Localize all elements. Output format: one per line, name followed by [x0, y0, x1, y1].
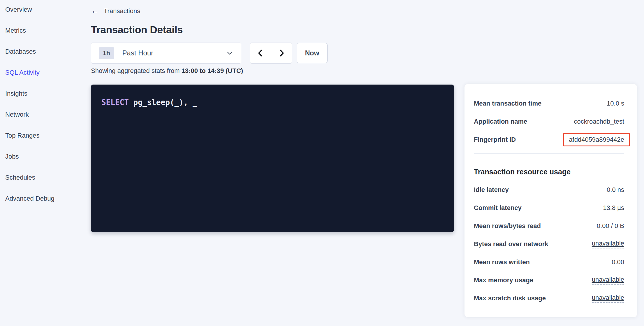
- card-divider: [474, 153, 624, 154]
- sidebar: Overview Metrics Databases SQL Activity …: [0, 0, 82, 209]
- detail-row-mean-transaction-time: Mean transaction time 10.0 s: [474, 94, 624, 113]
- detail-value: 0.00: [612, 258, 624, 266]
- detail-value: 0.0 ns: [607, 186, 624, 194]
- detail-label: Mean rows written: [474, 258, 530, 266]
- detail-row-max-memory-usage: Max memory usage unavailable: [474, 271, 624, 289]
- transaction-details-card: Mean transaction time 10.0 s Application…: [464, 84, 637, 317]
- detail-row-application-name: Application name cockroachdb_test: [474, 113, 624, 131]
- page-title: Transaction Details: [91, 24, 183, 36]
- now-button[interactable]: Now: [297, 43, 328, 63]
- detail-row-commit-latency: Commit latency 13.8 µs: [474, 199, 624, 217]
- next-interval-button[interactable]: [271, 43, 292, 63]
- sidebar-item-sql-activity[interactable]: SQL Activity: [0, 62, 82, 83]
- time-range-selected-label: Past Hour: [122, 49, 154, 57]
- chevron-right-icon: [277, 48, 286, 58]
- resource-usage-section-title: Transaction resource usage: [474, 166, 624, 178]
- detail-value: 13.8 µs: [603, 204, 624, 212]
- detail-value-unavailable: unavailable: [592, 276, 624, 285]
- caption-prefix: Showing aggregated stats from: [91, 67, 182, 74]
- detail-label: Max scratch disk usage: [474, 295, 546, 302]
- detail-label: Max memory usage: [474, 276, 533, 284]
- sidebar-item-schedules[interactable]: Schedules: [0, 167, 82, 188]
- detail-row-mean-rows-written: Mean rows written 0.00: [474, 253, 624, 271]
- detail-value-unavailable: unavailable: [592, 294, 624, 303]
- detail-label: Mean transaction time: [474, 100, 541, 107]
- detail-label: Mean rows/bytes read: [474, 222, 541, 230]
- detail-label: Bytes read over network: [474, 240, 548, 248]
- sql-statement-text: SELECT pg_sleep(_), _: [101, 98, 444, 107]
- left-arrow-icon: ←: [91, 7, 99, 15]
- detail-row-bytes-read-over-network: Bytes read over network unavailable: [474, 235, 624, 253]
- detail-label: Application name: [474, 118, 527, 125]
- detail-row-idle-latency: Idle latency 0.0 ns: [474, 181, 624, 199]
- sidebar-item-databases[interactable]: Databases: [0, 41, 82, 62]
- detail-row-max-scratch-disk-usage: Max scratch disk usage unavailable: [474, 289, 624, 307]
- detail-value: cockroachdb_test: [574, 118, 624, 125]
- sidebar-item-top-ranges[interactable]: Top Ranges: [0, 125, 82, 146]
- detail-value: 0.00 / 0 B: [597, 222, 624, 230]
- sidebar-item-insights[interactable]: Insights: [0, 83, 82, 104]
- sql-keyword: SELECT: [101, 98, 129, 107]
- fingerprint-id-value-highlight-box[interactable]: afdd4059a899442e: [563, 133, 630, 146]
- detail-row-fingerprint-id: Fingerprint ID afdd4059a899442e: [474, 131, 624, 149]
- time-range-badge: 1h: [99, 47, 114, 59]
- aggregated-stats-caption: Showing aggregated stats from 13:00 to 1…: [91, 67, 243, 75]
- sql-code-rest: pg_sleep(_), _: [129, 98, 197, 107]
- time-step-button-group: [250, 43, 292, 64]
- caption-time-range: 13:00 to 14:39 (UTC): [182, 67, 243, 74]
- breadcrumb-label: Transactions: [104, 7, 140, 15]
- sidebar-item-overview[interactable]: Overview: [0, 0, 82, 20]
- chevron-down-icon: [226, 49, 233, 57]
- time-range-select[interactable]: 1h Past Hour: [91, 43, 241, 64]
- detail-value: 10.0 s: [607, 100, 624, 107]
- sql-statement-box: SELECT pg_sleep(_), _: [91, 85, 454, 232]
- sidebar-item-jobs[interactable]: Jobs: [0, 146, 82, 167]
- time-controls: 1h Past Hour Now: [91, 43, 328, 64]
- detail-value-unavailable: unavailable: [592, 240, 624, 248]
- sidebar-item-metrics[interactable]: Metrics: [0, 20, 82, 41]
- chevron-left-icon: [256, 48, 265, 58]
- detail-label: Idle latency: [474, 186, 509, 194]
- detail-label: Fingerprint ID: [474, 136, 516, 143]
- previous-interval-button[interactable]: [250, 43, 271, 63]
- breadcrumb-back-transactions[interactable]: ← Transactions: [91, 7, 140, 15]
- sidebar-item-advanced-debug[interactable]: Advanced Debug: [0, 188, 82, 209]
- sidebar-item-network[interactable]: Network: [0, 104, 82, 125]
- detail-row-mean-rows-bytes-read: Mean rows/bytes read 0.00 / 0 B: [474, 217, 624, 235]
- detail-label: Commit latency: [474, 204, 522, 212]
